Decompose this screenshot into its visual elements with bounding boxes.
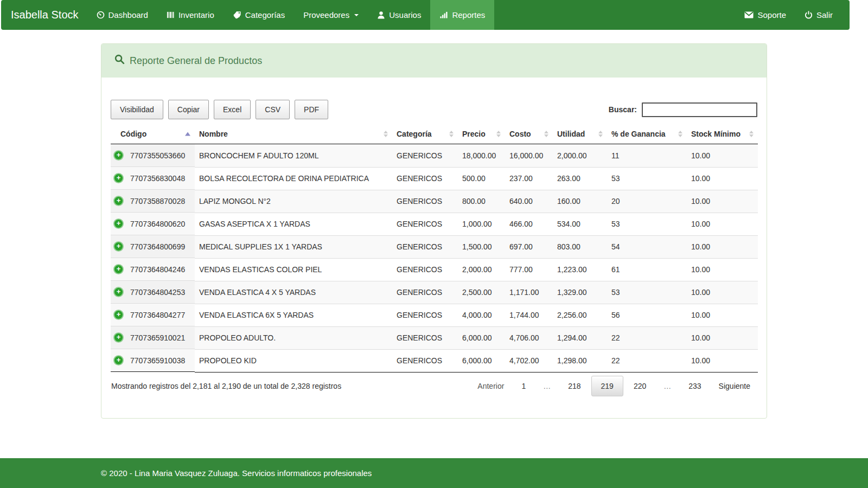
table-row: +7707365910021PROPOLEO ADULTO.GENERICOS6… [111, 326, 758, 349]
column-header-precio[interactable]: Precio [458, 124, 505, 144]
cell-nombre: VENDA ELASTICA 4 X 5 YARDAS [195, 281, 392, 304]
bar-chart-icon [439, 11, 448, 19]
nav-item-salir[interactable]: Salir [795, 0, 842, 30]
cell-costo: 777.00 [505, 258, 553, 281]
barcode-icon [167, 11, 175, 19]
codigo-value: 7707358870028 [130, 197, 185, 206]
expand-row-button[interactable]: + [113, 219, 124, 229]
cell-costo: 466.00 [505, 213, 553, 235]
search-input[interactable] [642, 102, 757, 117]
cell-precio: 1,500.00 [458, 235, 505, 258]
sort-icon [749, 131, 754, 137]
sort-icon [598, 131, 603, 137]
sort-icon [496, 131, 501, 137]
app-brand[interactable]: Isabella Stock [1, 0, 87, 30]
expand-row-button[interactable]: + [113, 150, 124, 160]
column-label: Nombre [199, 130, 228, 138]
codigo-value: 7707364800699 [130, 242, 185, 251]
pagination-page-219[interactable]: 219 [591, 376, 623, 396]
cell-codigo: +7707364804246 [111, 258, 195, 281]
cell-nombre: LAPIZ MONGOL N°2 [195, 190, 392, 213]
cell-stock_minimo: 10.00 [687, 144, 758, 168]
cell-categoria: GENERICOS [392, 326, 458, 349]
csv-button[interactable]: CSV [256, 100, 290, 119]
cell-precio: 2,500.00 [458, 281, 505, 304]
expand-row-button[interactable]: + [113, 173, 124, 183]
cell-precio: 6,000.00 [458, 349, 505, 372]
cell-stock_minimo: 10.00 [687, 326, 758, 349]
cell-utilidad: 160.00 [553, 190, 607, 213]
nav-item-dashboard[interactable]: Dashboard [87, 0, 157, 30]
cell-precio: 6,000.00 [458, 326, 505, 349]
expand-row-button[interactable]: + [113, 332, 124, 343]
cell-utilidad: 2,256.00 [553, 304, 607, 326]
cell-categoria: GENERICOS [392, 144, 458, 168]
page-footer: © 2020 - Lina Maria Vasquez Zuluaga. Ser… [0, 458, 868, 488]
expand-row-button[interactable]: + [113, 355, 124, 365]
cell-nombre: PROPOLEO KID [195, 349, 392, 372]
expand-row-button[interactable]: + [113, 264, 124, 274]
cell-stock_minimo: 10.00 [687, 258, 758, 281]
nav-label-soporte: Soporte [757, 10, 786, 20]
column-header-utilidad[interactable]: Utilidad [553, 124, 607, 144]
column-header-categoria[interactable]: Categoría [392, 124, 458, 144]
pagination-next-button[interactable]: Siguiente [712, 376, 757, 396]
nav-label-dashboard: Dashboard [108, 10, 148, 20]
table-row: +7707356830048BOLSA RECOLECTORA DE ORINA… [111, 167, 758, 190]
column-header-codigo[interactable]: Código [111, 124, 195, 144]
cell-categoria: GENERICOS [392, 304, 458, 326]
expand-row-button[interactable]: + [113, 196, 124, 206]
pagination-page-220[interactable]: 220 [627, 376, 653, 396]
cell-utilidad: 803.00 [553, 235, 607, 258]
export-buttons: Visibilidad Copiar Excel CSV PDF [111, 100, 333, 119]
cell-nombre: GASAS ASEPTICA X 1 YARDAS [195, 213, 392, 235]
cell-ganancia: 53 [607, 213, 687, 235]
column-label: Costo [509, 130, 531, 138]
nav-item-reportes[interactable]: Reportes [430, 0, 494, 30]
nav-item-categorias[interactable]: Categorías [224, 0, 294, 30]
column-header-costo[interactable]: Costo [505, 124, 553, 144]
cell-stock_minimo: 10.00 [687, 167, 758, 190]
cell-ganancia: 53 [607, 281, 687, 304]
cell-codigo: +7707364804253 [111, 281, 195, 304]
expand-row-button[interactable]: + [113, 287, 124, 297]
envelope-icon [744, 11, 754, 19]
nav-item-usuarios[interactable]: Usuarios [368, 0, 430, 30]
column-header-stock-minimo[interactable]: Stock Mínimo [687, 124, 758, 144]
page-title: Reporte General de Productos [130, 55, 262, 67]
pagination-page-1[interactable]: 1 [514, 376, 533, 396]
copy-button[interactable]: Copiar [168, 100, 209, 119]
cell-stock_minimo: 10.00 [687, 235, 758, 258]
column-label: Utilidad [557, 130, 585, 138]
nav-label-inventario: Inventario [178, 10, 214, 20]
nav-item-soporte[interactable]: Soporte [735, 0, 795, 30]
main-content: Reporte General de Productos Visibilidad… [0, 30, 868, 458]
cell-stock_minimo: 10.00 [687, 304, 758, 326]
visibility-button[interactable]: Visibilidad [111, 100, 163, 119]
pagination-previous-button[interactable]: Anterior [470, 376, 511, 396]
cell-nombre: PROPOLEO ADULTO. [195, 326, 392, 349]
dashboard-icon [97, 11, 105, 19]
cell-codigo: +7707356830048 [111, 167, 195, 190]
cell-stock_minimo: 10.00 [687, 281, 758, 304]
cell-precio: 18,000.00 [458, 144, 505, 168]
column-header-ganancia[interactable]: % de Ganancia [607, 124, 687, 144]
expand-row-button[interactable]: + [113, 241, 124, 252]
pdf-button[interactable]: PDF [295, 100, 328, 119]
table-footer: Mostrando registros del 2,181 al 2,190 d… [111, 376, 757, 396]
nav-item-inventario[interactable]: Inventario [157, 0, 224, 30]
cell-nombre: BRONCOCHEM F ADULTO 120ML [195, 144, 392, 168]
pagination-page-218[interactable]: 218 [561, 376, 588, 396]
cell-precio: 1,000.00 [458, 213, 505, 235]
column-header-nombre[interactable]: Nombre [195, 124, 392, 144]
expand-row-button[interactable]: + [113, 310, 124, 320]
nav-item-proveedores[interactable]: Proveedores [294, 0, 368, 30]
excel-button[interactable]: Excel [214, 100, 251, 119]
cell-ganancia: 20 [607, 190, 687, 213]
cell-codigo: +7707355053660 [111, 144, 195, 167]
cell-precio: 4,000.00 [458, 304, 505, 326]
pagination-page-233[interactable]: 233 [681, 376, 708, 396]
records-info: Mostrando registros del 2,181 al 2,190 d… [111, 382, 341, 390]
report-panel: Reporte General de Productos Visibilidad… [101, 43, 767, 419]
cell-costo: 640.00 [505, 190, 553, 213]
